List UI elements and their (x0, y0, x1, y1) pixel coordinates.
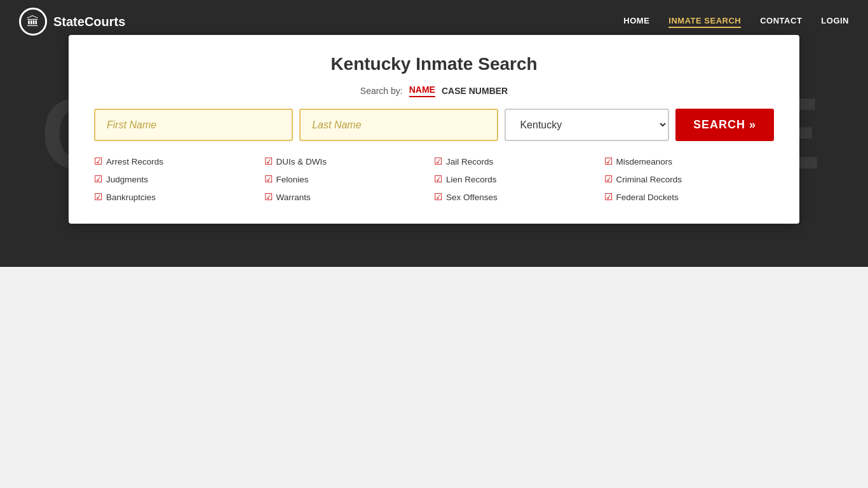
logo-text: StateCourts (53, 15, 125, 29)
feature-label: Criminal Records (616, 175, 682, 184)
check-icon: ☑ (434, 191, 442, 203)
feature-item: ☑Warrants (264, 189, 435, 205)
feature-item: ☑Bankruptcies (94, 189, 264, 205)
check-icon: ☑ (94, 191, 102, 203)
feature-label: Bankruptcies (106, 193, 156, 202)
logo-link[interactable]: 🏛 StateCourts (19, 8, 125, 36)
last-name-input[interactable] (299, 109, 498, 141)
feature-item: ☑Federal Dockets (604, 189, 775, 205)
hero-section: COURTHOUSE 🏛 StateCourts HOME INMATE SEA… (0, 0, 868, 267)
search-button[interactable]: SEARCH » (675, 109, 774, 141)
feature-item: ☑Criminal Records (604, 172, 775, 187)
tab-case-number[interactable]: CASE NUMBER (442, 86, 508, 96)
feature-item: ☑Misdemeanors (604, 154, 775, 169)
first-name-input[interactable] (94, 109, 293, 141)
check-icon: ☑ (604, 173, 613, 185)
feature-item: ☑Arrest Records (94, 154, 264, 169)
check-icon: ☑ (434, 156, 442, 167)
check-icon: ☑ (604, 191, 613, 203)
nav-login[interactable]: LOGIN (821, 16, 849, 28)
check-icon: ☑ (264, 173, 273, 185)
feature-label: Jail Records (446, 157, 493, 166)
nav-home[interactable]: HOME (623, 16, 649, 28)
feature-item: ☑Sex Offenses (434, 189, 604, 205)
feature-label: DUIs & DWIs (276, 157, 327, 166)
feature-label: Arrest Records (106, 157, 163, 166)
feature-label: Lien Records (446, 175, 497, 184)
feature-label: Judgments (106, 175, 148, 184)
check-icon: ☑ (94, 173, 102, 185)
feature-label: Felonies (276, 175, 309, 184)
nav-contact[interactable]: CONTACT (760, 16, 802, 28)
check-icon: ☑ (264, 156, 273, 167)
search-inputs: Kentucky SEARCH » (94, 109, 774, 141)
feature-item: ☑Judgments (94, 172, 264, 187)
feature-label: Misdemeanors (616, 157, 673, 166)
feature-item: ☑Jail Records (434, 154, 604, 169)
search-modal: Kentucky Inmate Search Search by: NAME C… (69, 35, 799, 224)
check-icon: ☑ (264, 191, 273, 203)
state-select[interactable]: Kentucky (505, 109, 669, 141)
feature-item: ☑Felonies (264, 172, 435, 187)
check-icon: ☑ (434, 173, 442, 185)
feature-label: Sex Offenses (446, 193, 498, 202)
modal-title: Kentucky Inmate Search (94, 54, 774, 74)
tab-name[interactable]: NAME (409, 85, 435, 97)
check-icon: ☑ (604, 156, 613, 167)
nav-inmate-search[interactable]: INMATE SEARCH (668, 16, 741, 28)
nav-links: HOME INMATE SEARCH CONTACT LOGIN (623, 16, 849, 28)
check-icon: ☑ (94, 156, 102, 167)
feature-label: Federal Dockets (616, 193, 679, 202)
search-by-row: Search by: NAME CASE NUMBER (94, 85, 774, 97)
feature-item: ☑Lien Records (434, 172, 604, 187)
logo-icon: 🏛 (19, 8, 47, 36)
search-by-label: Search by: (360, 86, 403, 96)
feature-item: ☑DUIs & DWIs (264, 154, 435, 169)
features-grid: ☑Arrest Records☑DUIs & DWIs☑Jail Records… (94, 154, 774, 205)
feature-label: Warrants (276, 193, 311, 202)
